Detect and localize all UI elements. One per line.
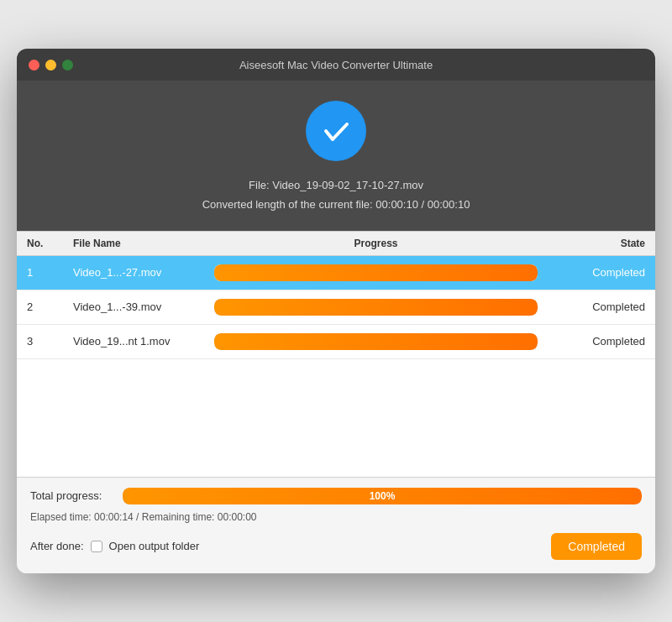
progress-bar-container: 100% bbox=[214, 299, 538, 316]
footer-section: Total progress: 100% Elapsed time: 00:00… bbox=[17, 477, 655, 573]
total-progress-fill: 100% bbox=[123, 488, 642, 504]
completed-button[interactable]: Completed bbox=[551, 533, 642, 560]
col-header-filename: File Name bbox=[73, 238, 207, 249]
files-table: No. File Name Progress State 1 Video_1..… bbox=[17, 231, 655, 477]
app-window: Aiseesoft Mac Video Converter Ultimate F… bbox=[17, 49, 655, 572]
file-info-line2: Converted length of the current file: 00… bbox=[202, 196, 470, 214]
col-header-no: No. bbox=[27, 238, 73, 249]
window-title: Aiseesoft Mac Video Converter Ultimate bbox=[239, 59, 433, 71]
state-label: Completed bbox=[544, 301, 645, 313]
table-spacer bbox=[17, 359, 655, 477]
row-number: 3 bbox=[27, 335, 73, 348]
table-row[interactable]: 1 Video_1...-27.mov 100% Completed bbox=[17, 256, 655, 290]
maximize-button[interactable] bbox=[62, 60, 73, 71]
progress-bar-container: 100% bbox=[214, 264, 538, 281]
progress-bar-fill bbox=[214, 333, 538, 350]
titlebar: Aiseesoft Mac Video Converter Ultimate bbox=[17, 49, 655, 81]
row-filename: Video_1...-39.mov bbox=[73, 301, 207, 313]
header-section: File: Video_19-09-02_17-10-27.mov Conver… bbox=[17, 81, 655, 230]
elapsed-time: Elapsed time: 00:00:14 / Remaining time:… bbox=[30, 511, 642, 523]
row-number: 2 bbox=[27, 301, 73, 313]
close-button[interactable] bbox=[29, 60, 39, 71]
total-progress-bar: 100% bbox=[123, 488, 642, 504]
file-info-line1: File: Video_19-09-02_17-10-27.mov bbox=[202, 176, 470, 195]
table-row[interactable]: 2 Video_1...-39.mov 100% Completed bbox=[17, 290, 655, 325]
checkmark-icon bbox=[319, 114, 353, 148]
minimize-button[interactable] bbox=[45, 60, 56, 71]
row-filename: Video_19...nt 1.mov bbox=[73, 335, 207, 348]
total-progress-row: Total progress: 100% bbox=[30, 488, 642, 504]
open-folder-checkbox[interactable] bbox=[91, 541, 102, 552]
col-header-state: State bbox=[544, 238, 645, 249]
progress-bar-fill bbox=[214, 264, 538, 281]
after-done-row: After done: Open output folder Completed bbox=[30, 533, 642, 560]
file-info: File: Video_19-09-02_17-10-27.mov Conver… bbox=[202, 176, 470, 213]
progress-bar-fill bbox=[214, 299, 538, 316]
total-progress-label: Total progress: bbox=[30, 489, 114, 502]
state-label: Completed bbox=[544, 266, 645, 279]
table-header: No. File Name Progress State bbox=[17, 232, 655, 256]
state-label: Completed bbox=[544, 335, 645, 348]
after-done-label: After done: bbox=[30, 540, 84, 552]
progress-bar-container: 100% bbox=[214, 333, 538, 350]
open-folder-label: Open output folder bbox=[109, 540, 200, 552]
after-done-left: After done: Open output folder bbox=[30, 540, 199, 552]
col-header-progress: Progress bbox=[207, 238, 544, 249]
total-progress-pct-label: 100% bbox=[370, 490, 396, 502]
traffic-lights bbox=[29, 60, 73, 71]
row-filename: Video_1...-27.mov bbox=[73, 266, 207, 279]
table-row[interactable]: 3 Video_19...nt 1.mov 100% Completed bbox=[17, 325, 655, 359]
row-number: 1 bbox=[27, 266, 73, 279]
success-icon-circle bbox=[306, 101, 366, 161]
